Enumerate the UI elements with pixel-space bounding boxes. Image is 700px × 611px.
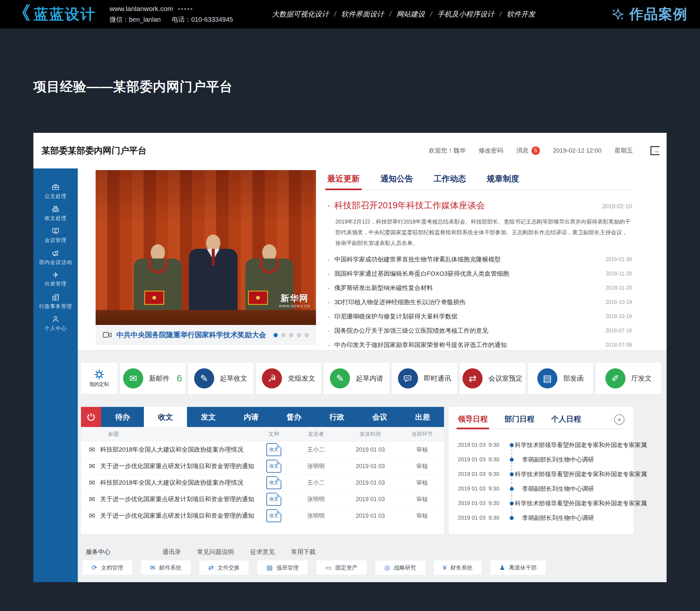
table-row[interactable]: ✉ 关于进一步优化国家重点研发计划项目和资金管理的通知 收文 张明明 2019 … xyxy=(81,507,444,524)
news-list-item[interactable]: · 中国科学家成功创建世界首批生物节律紊乱体细胞克隆猴模型 2019-01-30 xyxy=(327,252,632,267)
todo-tab[interactable]: 收文 xyxy=(144,407,187,427)
action-draft-request[interactable]: ✎ 起草内请 xyxy=(324,363,389,394)
sidebar-item-personal-center[interactable]: 个人中心 xyxy=(33,312,78,334)
logo-mark-icon: 《 xyxy=(12,4,30,22)
service-link[interactable]: 常见问题说明 xyxy=(197,549,234,555)
sidebar-item-receive-processing[interactable]: 收文处理 xyxy=(33,202,78,224)
news-tab[interactable]: 最近更新 xyxy=(327,173,360,189)
service-link[interactable]: 常用下载 xyxy=(291,549,316,555)
action-ministry-letter[interactable]: ▤ 部发函 xyxy=(528,363,593,394)
sidebar-item-document-processing[interactable]: 公文处理 xyxy=(33,180,78,202)
news-tab[interactable]: 通知公告 xyxy=(380,173,413,189)
sidebar-item-business-trip[interactable]: ✈ 出差管理 xyxy=(33,268,78,290)
action-instant-messaging[interactable]: 即时通讯 xyxy=(392,363,457,394)
nav-item[interactable]: 手机及小程序设计 xyxy=(437,10,494,19)
mail-icon: ✉ xyxy=(123,368,143,388)
sidebar-item-meeting-management[interactable]: 会议管理 xyxy=(33,224,78,246)
column-title: 标题 xyxy=(81,431,256,438)
portfolio-link[interactable]: 作品案例 xyxy=(611,5,688,24)
action-party-issue[interactable]: ☭ 党组发文 xyxy=(256,363,321,394)
carousel-dot[interactable] xyxy=(281,333,286,337)
footer-app-button[interactable]: ✉ 邮件系统 xyxy=(141,561,191,575)
footer-app-button[interactable]: ▤ 值班管理 xyxy=(257,561,308,575)
carousel-dot[interactable] xyxy=(305,333,309,337)
schedule-item[interactable]: 2019 01 03 9:30 科学技术部领导看望外国老专家和外国老专家家属 xyxy=(458,467,625,481)
schedule-item[interactable]: 2019 01 03 9:30 科学技术部领导看望外国老专家和外国老专家家属 xyxy=(458,496,625,510)
table-row[interactable]: ✉ 关于进一步优化国家重点研发计划项目和资金管理的通知 收文 张明明 2019 … xyxy=(81,458,444,474)
timeline-dot xyxy=(510,458,514,462)
portal-title: 某部委某部委内网门户平台 xyxy=(42,145,146,157)
ceremony-photo[interactable]: 新华网 WWW.NEWS.CN xyxy=(96,170,316,325)
schedule-item[interactable]: 2019 01 03 9:30 李萌副部长到生物中心调研 xyxy=(458,481,625,496)
nav-item[interactable]: 软件界面设计 xyxy=(341,10,384,19)
table-row[interactable]: ✉ 科技部2018年全国人大建议和全国政协提案办理情况 收文 王小二 2019 … xyxy=(81,441,444,458)
change-password-link[interactable]: 修改密码 xyxy=(479,146,503,155)
todo-tab[interactable]: 发文 xyxy=(187,407,230,427)
logout-icon[interactable]: → xyxy=(651,146,659,155)
footer-app-button[interactable]: ◎ 战略研究 xyxy=(375,561,425,575)
news-list-item[interactable]: · 俄罗斯研发出新型纳米磁性复合材料 2018-11-20 xyxy=(327,281,632,295)
schedule-item[interactable]: 2019 01 03 9:30 科学技术部领导看望外国老专家和外国老专家家属 xyxy=(458,438,625,452)
action-draft-receive[interactable]: ✎ 起草收文 xyxy=(188,363,253,394)
service-link[interactable]: 征求意见 xyxy=(250,549,275,555)
table-row[interactable]: ✉ 科技部2018年全国人大建议和全国政协提案办理情况 收文 王小二 2019 … xyxy=(81,474,444,491)
nav-separator: / xyxy=(334,10,336,18)
timeline-dot xyxy=(510,487,514,491)
carousel-dot[interactable] xyxy=(289,333,293,337)
todo-tab[interactable]: 待办 xyxy=(101,407,144,427)
nav-item[interactable]: 大数据可视化设计 xyxy=(272,10,329,19)
news-tab[interactable]: 工作动态 xyxy=(434,173,466,189)
todo-tab[interactable]: 内请 xyxy=(230,407,273,427)
schedule-tab[interactable]: 个人日程 xyxy=(551,414,581,429)
user-icon xyxy=(51,315,60,324)
action-new-mail[interactable]: ✉ 新邮件 6 xyxy=(120,363,185,394)
bullet: · xyxy=(327,270,330,278)
footer-app-button[interactable]: ♟ 离退休干部 xyxy=(490,561,546,575)
todo-tab[interactable]: 出差 xyxy=(401,407,444,427)
news-list-item[interactable]: · 印尼珊瑚礁保护与修复计划获得大量科学数据 2018-10-18 xyxy=(327,309,632,324)
news-list: · 中国科学家成功创建世界首批生物节律紊乱体细胞克隆猴模型 2019-01-30… xyxy=(327,252,632,352)
schedule-item[interactable]: 2019 01 03 9:30 李萌副部长到生物中心调研 xyxy=(458,510,625,525)
site-logo[interactable]: 《 蓝蓝设计 xyxy=(12,4,96,24)
schedule-card: 领导日程部门日程个人日程 ＋ 2019 01 03 9:30 科学技术部领导看望… xyxy=(449,407,633,534)
app-icon: ✉ xyxy=(150,564,156,571)
carousel-caption[interactable]: 中共中央国务院隆重举行国家科学技术奖励大会 xyxy=(116,330,266,340)
headline-title[interactable]: 科技部召开2019年科技工作媒体座谈会 xyxy=(334,199,485,211)
todo-tab[interactable]: 行政 xyxy=(315,407,358,427)
carousel-dot[interactable] xyxy=(274,333,278,337)
todo-tab[interactable]: 会议 xyxy=(359,407,401,427)
schedule-item[interactable]: 2019 01 03 9:30 李萌副部长到生物中心调研 xyxy=(458,452,625,467)
bullet: · xyxy=(327,341,330,349)
footer-app-button[interactable]: ⟳ 文档管理 xyxy=(83,561,132,575)
weekday-text: 星期五 xyxy=(614,146,633,155)
schedule-tab[interactable]: 领导日程 xyxy=(458,414,488,429)
gear-icon xyxy=(94,369,104,380)
sidebar-item-admin-affairs[interactable]: 行政事务管理 xyxy=(33,290,78,312)
action-office-issue[interactable]: ✐ 厅发文 xyxy=(596,363,661,394)
schedule-tab[interactable]: 部门日程 xyxy=(505,414,535,429)
service-link[interactable]: 通讯录 xyxy=(162,549,181,555)
news-list-item[interactable]: · 我国科学家通过基因编辑长寿蛋白FOXO3获得优质人类血管细胞 2018-11… xyxy=(327,267,632,281)
action-meeting-room[interactable]: ⇄ 会议室预定 xyxy=(460,363,525,394)
messages-link[interactable]: 消息 5 xyxy=(516,146,540,155)
add-schedule-icon[interactable]: ＋ xyxy=(614,414,625,425)
pending-icon-box[interactable] xyxy=(81,407,101,427)
footer-app-button[interactable]: ▭ 固定资产 xyxy=(316,561,366,575)
headline-summary: 2019年2月1日，科技部举行2018年度考核总结表彰会。科技部部长、党组书记王… xyxy=(327,217,632,249)
website-url[interactable]: www.lanlanwork.com xyxy=(110,5,173,13)
nav-item[interactable]: 软件开发 xyxy=(507,10,535,19)
news-list-item[interactable]: · 国务院办公厅关于加强三级公立医院绩效考核工作的意见 2018-07-16 xyxy=(327,324,632,338)
photo-figure xyxy=(189,235,237,325)
sidebar-item-internal-meetings[interactable]: 部内会议活动 xyxy=(33,246,78,268)
action-my-customization[interactable]: 我的定制 xyxy=(81,363,117,394)
footer-app-button[interactable]: ⇄ 文件交换 xyxy=(199,561,249,575)
carousel-dot[interactable] xyxy=(297,333,301,337)
todo-tab[interactable]: 督办 xyxy=(273,407,315,427)
news-tab[interactable]: 规章制度 xyxy=(487,173,519,189)
footer-app-button[interactable]: ¥ 财务系统 xyxy=(434,561,482,575)
news-list-item[interactable]: · 3D打印植入物促进神经细胞生长以治疗脊髓损伤 2018-10-18 xyxy=(327,295,632,309)
video-camera-icon xyxy=(103,331,112,339)
table-row[interactable]: ✉ 关于进一步优化国家重点研发计划项目和资金管理的通知 收文 张明明 2019 … xyxy=(81,491,444,507)
nav-item[interactable]: 网站建设 xyxy=(396,10,425,19)
nav-separator: / xyxy=(499,10,501,18)
